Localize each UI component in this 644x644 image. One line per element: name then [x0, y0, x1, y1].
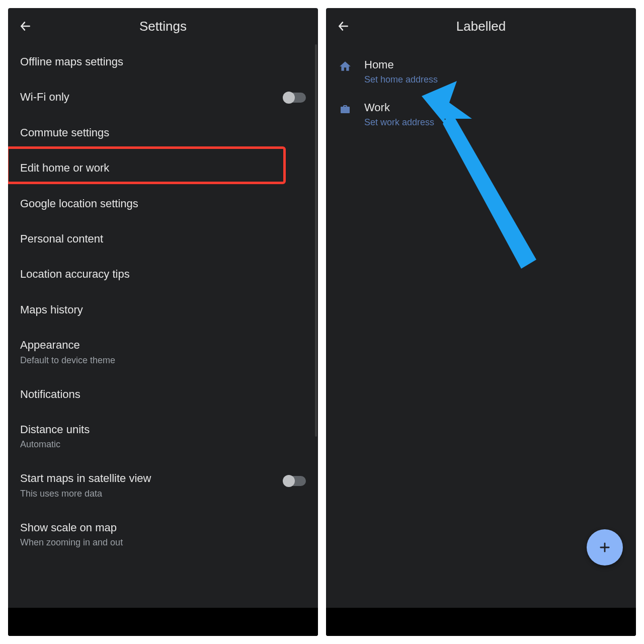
item-label: Wi-Fi only: [20, 91, 69, 104]
item-label: Location accuracy tips: [20, 268, 306, 281]
home-icon: [338, 59, 352, 73]
appbar: Labelled: [326, 8, 636, 44]
settings-item-show-scale[interactable]: Show scale on map When zooming in and ou…: [8, 510, 318, 551]
settings-item-google-location[interactable]: Google location settings: [8, 186, 318, 221]
nav-bar: [326, 608, 636, 636]
item-label: Commute settings: [20, 126, 306, 139]
settings-item-wifi-only[interactable]: Wi-Fi only: [8, 79, 318, 115]
settings-item-notifications[interactable]: Notifications: [8, 377, 318, 412]
settings-item-offline-maps[interactable]: Offline maps settings: [8, 44, 318, 79]
item-label: Distance units: [20, 423, 306, 436]
item-label: Notifications: [20, 388, 306, 401]
settings-item-satellite-view[interactable]: Start maps in satellite view This uses m…: [8, 461, 318, 510]
settings-item-personal-content[interactable]: Personal content: [8, 221, 318, 257]
settings-item-maps-history[interactable]: Maps history: [8, 292, 318, 328]
back-button[interactable]: [336, 19, 350, 33]
settings-item-distance-units[interactable]: Distance units Automatic: [8, 412, 318, 461]
nav-bar: [8, 608, 318, 636]
satellite-view-toggle[interactable]: [284, 476, 306, 486]
briefcase-icon: [338, 102, 352, 116]
add-label-fab[interactable]: [587, 529, 623, 566]
settings-panel: Settings Offline maps settings Wi-Fi onl…: [8, 8, 318, 636]
item-label: Offline maps settings: [20, 55, 306, 68]
page-title: Settings: [8, 19, 318, 34]
labelled-item-home[interactable]: Home Set home address: [326, 50, 636, 93]
labelled-title: Home: [364, 58, 438, 71]
item-label: Show scale on map: [20, 521, 306, 534]
wifi-only-toggle[interactable]: [284, 93, 306, 103]
back-button[interactable]: [18, 19, 32, 33]
item-sublabel: This uses more data: [20, 489, 151, 499]
settings-item-commute[interactable]: Commute settings: [8, 115, 318, 150]
settings-list: Offline maps settings Wi-Fi only Commute…: [8, 44, 318, 551]
item-label: Appearance: [20, 339, 306, 352]
labelled-title: Work: [364, 101, 434, 114]
scrollbar[interactable]: [315, 44, 317, 437]
arrow-left-icon: [19, 20, 32, 33]
item-sublabel: Automatic: [20, 439, 306, 450]
item-label: Personal content: [20, 232, 306, 246]
appbar: Settings: [8, 8, 318, 44]
settings-item-location-accuracy[interactable]: Location accuracy tips: [8, 257, 318, 292]
page-title: Labelled: [326, 19, 636, 34]
arrow-left-icon: [337, 20, 350, 33]
settings-item-edit-home-work[interactable]: Edit home or work: [8, 150, 318, 186]
labelled-list: Home Set home address Work Set work addr…: [326, 44, 636, 142]
labelled-panel: Labelled Home Set home address: [326, 8, 636, 636]
labelled-desc: Set home address: [364, 74, 438, 85]
settings-item-appearance[interactable]: Appearance Default to device theme: [8, 328, 318, 376]
labelled-desc: Set work address: [364, 117, 434, 128]
item-sublabel: When zooming in and out: [20, 537, 306, 548]
item-sublabel: Default to device theme: [20, 355, 306, 366]
item-label: Maps history: [20, 303, 306, 316]
labelled-item-work[interactable]: Work Set work address: [326, 93, 636, 136]
item-label: Edit home or work: [20, 162, 306, 175]
item-label: Google location settings: [20, 197, 306, 210]
plus-icon: [598, 540, 612, 554]
item-label: Start maps in satellite view: [20, 472, 151, 485]
